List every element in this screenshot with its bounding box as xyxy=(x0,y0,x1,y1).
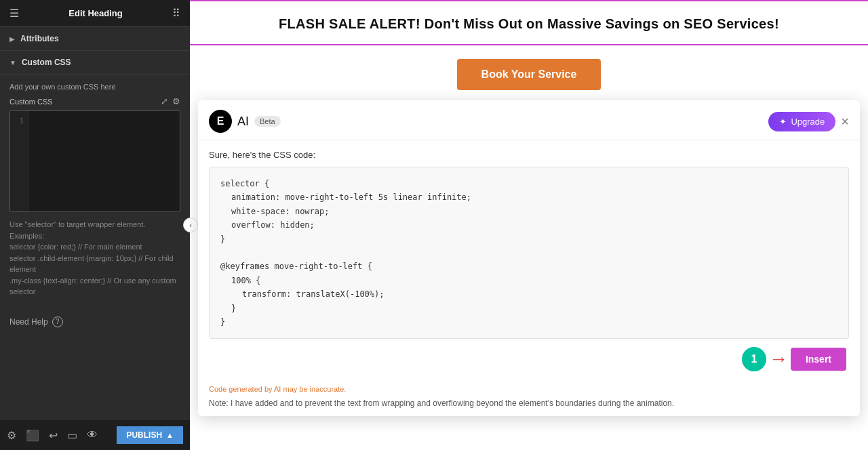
code-line-blank xyxy=(220,246,837,260)
ai-modal-footer: Code generated by AI may be inaccurate. … xyxy=(198,381,860,416)
code-block: selector { animation: move-right-to-left… xyxy=(209,167,849,339)
panel-header: ☰ Edit Heading ⠿ xyxy=(0,0,190,27)
preview-toolbar-icon[interactable]: 👁 xyxy=(87,429,98,441)
publish-label: PUBLISH xyxy=(126,430,162,440)
code-line-2: animation: move-right-to-left 5s linear … xyxy=(220,190,837,204)
css-editor[interactable]: 1 xyxy=(9,110,180,212)
step-number: 1 xyxy=(751,353,757,365)
code-line-9: } xyxy=(220,302,837,315)
code-line-10: } xyxy=(220,315,837,329)
responsive-toolbar-icon[interactable]: ▭ xyxy=(67,429,77,442)
left-panel: ☰ Edit Heading ⠿ ▶ Attributes ▼ Custom C… xyxy=(0,0,190,450)
css-label-row: Custom CSS ⤢ ⚙ xyxy=(9,96,180,106)
upgrade-star-icon: ✦ xyxy=(779,117,787,127)
help-line1: Use "selector" to target wrapper element… xyxy=(9,220,145,228)
code-line-7: 100% { xyxy=(220,274,837,287)
css-field-label: Custom CSS xyxy=(9,98,53,106)
help-line4: selector .child-element {margin: 10px;} … xyxy=(9,254,174,274)
insert-button[interactable]: Insert xyxy=(791,348,846,371)
inaccurate-note: Code generated by AI may be inaccurate. xyxy=(209,385,849,393)
css-icon-group: ⤢ ⚙ xyxy=(161,96,180,106)
step-circle: 1 xyxy=(742,347,766,371)
ai-modal-actions: ✦ Upgrade × xyxy=(768,112,849,131)
insert-row: 1 → Insert xyxy=(209,347,849,371)
response-intro: Sure, here's the CSS code: xyxy=(209,150,849,160)
help-line2: Examples: xyxy=(9,232,44,240)
code-line-4: overflow: hidden; xyxy=(220,218,837,232)
ai-modal: E AI Beta ✦ Upgrade × Sure, here's the C… xyxy=(198,100,860,416)
banner-text: FLASH SALE ALERT! Don't Miss Out on Mass… xyxy=(210,16,848,32)
chevron-up-icon: ▲ xyxy=(166,431,174,439)
custom-css-arrow-icon: ▼ xyxy=(9,59,16,66)
history-toolbar-icon[interactable]: ↩ xyxy=(49,429,58,442)
panel-title: Edit Heading xyxy=(68,8,122,18)
custom-css-section-header[interactable]: ▼ Custom CSS xyxy=(0,51,190,75)
upgrade-button[interactable]: ✦ Upgrade xyxy=(768,112,835,131)
code-line-3: white-space: nowrap; xyxy=(220,205,837,218)
ai-label: AI xyxy=(237,115,249,129)
book-service-button[interactable]: Book Your Service xyxy=(457,59,601,90)
need-help-row[interactable]: Need Help ? xyxy=(0,306,190,338)
line-numbers: 1 xyxy=(10,111,29,211)
settings-icon[interactable]: ⚙ xyxy=(172,96,180,106)
panel-scroll: ▶ Attributes ▼ Custom CSS Add your own c… xyxy=(0,27,190,450)
close-modal-button[interactable]: × xyxy=(841,115,849,128)
grid-icon[interactable]: ⠿ xyxy=(172,7,180,20)
help-line3: selector {color: red;} // For main eleme… xyxy=(9,243,142,251)
publish-button[interactable]: PUBLISH ▲ xyxy=(117,426,183,444)
toolbar-icon-group: ⚙ ⬛ ↩ ▭ 👁 xyxy=(7,429,98,442)
attributes-label: Attributes xyxy=(20,34,59,43)
help-circle-icon: ? xyxy=(52,316,63,327)
line-number-1: 1 xyxy=(19,117,24,125)
layers-toolbar-icon[interactable]: ⬛ xyxy=(26,429,39,442)
upgrade-label: Upgrade xyxy=(791,117,825,127)
help-line5: .my-class {text-align: center;} // Or us… xyxy=(9,277,176,296)
code-line-8: transform: translateX(-100%); xyxy=(220,287,837,301)
arrow-right-icon: → xyxy=(769,350,788,369)
expand-icon[interactable]: ⤢ xyxy=(161,96,168,106)
attributes-arrow-icon: ▶ xyxy=(9,35,15,43)
code-line-5: } xyxy=(220,232,837,246)
ai-logo-area: E AI Beta xyxy=(209,110,281,133)
css-textarea[interactable] xyxy=(29,111,180,211)
css-help-text: Use "selector" to target wrapper element… xyxy=(9,219,180,298)
elementor-logo-icon: E xyxy=(209,110,232,133)
ai-modal-body: Sure, here's the CSS code: selector { an… xyxy=(198,140,860,381)
custom-css-desc: Add your own custom CSS here xyxy=(9,83,180,91)
custom-css-content: Add your own custom CSS here Custom CSS … xyxy=(0,75,190,306)
collapse-panel-button[interactable]: ‹ xyxy=(183,218,198,232)
bottom-toolbar: ⚙ ⬛ ↩ ▭ 👁 PUBLISH ▲ xyxy=(0,420,190,450)
beta-badge: Beta xyxy=(254,116,281,127)
code-line-1: selector { xyxy=(220,177,837,190)
flash-sale-banner: FLASH SALE ALERT! Don't Miss Out on Mass… xyxy=(190,0,868,45)
custom-css-label: Custom CSS xyxy=(22,58,71,67)
code-line-6: @keyframes move-right-to-left { xyxy=(220,260,837,273)
canvas-area: FLASH SALE ALERT! Don't Miss Out on Mass… xyxy=(190,0,868,450)
hamburger-icon[interactable]: ☰ xyxy=(9,7,19,20)
ai-modal-header: E AI Beta ✦ Upgrade × xyxy=(198,100,860,140)
attributes-section-header[interactable]: ▶ Attributes xyxy=(0,27,190,51)
need-help-label: Need Help xyxy=(9,317,48,327)
book-btn-area: Book Your Service xyxy=(190,45,868,97)
note-text: Note: I have added and to prevent the te… xyxy=(209,397,849,409)
settings-toolbar-icon[interactable]: ⚙ xyxy=(7,429,16,442)
